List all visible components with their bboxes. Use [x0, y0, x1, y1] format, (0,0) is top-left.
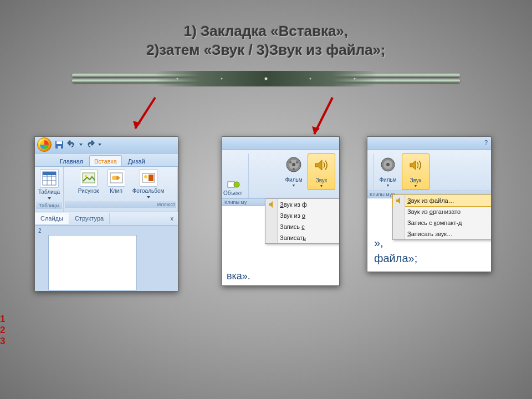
picture-icon	[80, 169, 98, 187]
quick-access-toolbar	[35, 137, 178, 154]
menu-sound-from-organizer[interactable]: Звук из о	[265, 210, 340, 221]
qat-customize-icon[interactable]	[98, 144, 101, 146]
svg-point-32	[386, 163, 390, 166]
panel3-partial-text-2: файла»;	[371, 248, 421, 269]
screenshot-panel-1: Главная Вставка Дизай Таблица Таблицы Ри…	[34, 136, 178, 291]
step-number-3: 3	[0, 336, 532, 347]
panel2-topstrip	[222, 137, 339, 150]
tab-design[interactable]: Дизай	[123, 155, 150, 166]
svg-rect-21	[149, 175, 154, 181]
mini-sound-icon	[265, 199, 278, 210]
movie-icon	[284, 155, 304, 175]
clip-icon	[108, 169, 125, 187]
screenshot-panel-3: ? Фильм▾ Звук▾ Клипы мул Звук из файла… …	[367, 136, 492, 272]
slide-thumbnail[interactable]	[48, 235, 137, 290]
table-button[interactable]: Таблица	[36, 169, 62, 201]
step-number-1: 1	[0, 314, 532, 325]
step-number-2: 2	[0, 325, 532, 336]
svg-rect-14	[43, 172, 56, 175]
menu-sound-from-file[interactable]: ЗЗвук из фвук из ф	[265, 199, 340, 210]
group-illustrations-label: Иллюст	[65, 201, 176, 208]
svg-point-23	[234, 182, 239, 187]
svg-point-28	[296, 161, 298, 163]
slide-title: 1) Закладка «Вставка», 2)затем «Звук / 3…	[0, 0, 532, 60]
nav-close-icon[interactable]: x	[166, 215, 178, 222]
svg-rect-7	[57, 141, 62, 144]
redo-icon[interactable]	[86, 140, 95, 149]
mini-sound-icon	[393, 195, 405, 206]
slide-number: 2	[38, 228, 42, 234]
svg-point-20	[144, 175, 147, 178]
panel3-ribbon: Фильм▾ Звук▾	[367, 150, 491, 191]
sound-icon	[311, 155, 331, 175]
menu-sound-from-file-full[interactable]: Звук из файла…	[392, 195, 492, 207]
nav-tab-slides[interactable]: Слайды	[35, 213, 69, 224]
photo-album-button[interactable]: Фотоальбом	[131, 169, 166, 200]
ribbon-tabs: Главная Вставка Дизай	[35, 154, 178, 167]
sound-button-p3[interactable]: Звук▾	[402, 154, 429, 190]
sound-button[interactable]: Звук▾	[308, 154, 335, 190]
sound-dropdown-menu: ЗЗвук из фвук из ф Звук из о Запись с За…	[265, 198, 340, 244]
svg-rect-8	[58, 146, 61, 149]
title-line-1: 1) Закладка «Вставка»,	[0, 22, 532, 41]
movie-button-p3[interactable]: Фильм▾	[374, 154, 402, 189]
menu-record-sound[interactable]: Записать	[265, 232, 340, 243]
sound-dropdown-menu-full: Звук из файла… Звук из организато Запись…	[392, 195, 492, 240]
menu-sound-from-organizer-full[interactable]: Звук из организато	[393, 206, 492, 217]
decorative-divider	[72, 71, 460, 86]
svg-rect-22	[228, 182, 234, 187]
panel2-partial-text: вка».	[224, 266, 253, 282]
picture-button[interactable]: Рисунок	[75, 169, 102, 200]
menu-record-sound-full[interactable]: Записать звук…	[393, 228, 492, 239]
ribbon-row: Таблица Таблицы Рисунок Клип Фотоальбом …	[35, 167, 178, 212]
sound-icon	[406, 155, 426, 175]
object-button[interactable]: Объект	[223, 181, 242, 196]
table-icon	[40, 169, 59, 188]
screenshot-panel-2: Объект Фильм▾ Звук▾ Клипы му ЗЗвук из фв…	[222, 136, 340, 286]
photo-album-icon	[140, 169, 157, 187]
navigation-pane-tabs: Слайды Структура x	[35, 212, 178, 226]
panel3-topstrip: ?	[367, 137, 491, 150]
menu-record-from-cd-full[interactable]: Запись с компакт-д	[393, 217, 492, 228]
undo-icon[interactable]	[67, 140, 76, 149]
group-tables-label: Таблицы	[36, 202, 62, 209]
save-icon[interactable]	[55, 140, 64, 149]
svg-point-26	[292, 163, 295, 166]
tab-home[interactable]: Главная	[55, 155, 88, 166]
type-question-field[interactable]: ?	[484, 139, 488, 146]
movie-button[interactable]: Фильм▾	[280, 154, 308, 189]
menu-record-from-cd[interactable]: Запись с	[265, 221, 340, 232]
svg-point-18	[112, 176, 116, 180]
nav-tab-outline[interactable]: Структура	[69, 213, 110, 224]
svg-point-27	[289, 161, 291, 163]
office-button[interactable]	[37, 137, 52, 152]
movie-icon	[378, 155, 398, 175]
clip-button[interactable]: Клип	[103, 169, 130, 200]
panel2-ribbon: Объект Фильм▾ Звук▾	[222, 150, 339, 199]
slide-thumbnails: 2	[35, 226, 178, 291]
tab-insert[interactable]: Вставка	[89, 155, 122, 166]
object-icon	[223, 181, 242, 189]
title-line-2: 2)затем «Звук / 3)Звук из файла»;	[0, 41, 532, 60]
svg-point-29	[293, 168, 295, 170]
undo-dropdown-icon[interactable]	[79, 144, 83, 146]
